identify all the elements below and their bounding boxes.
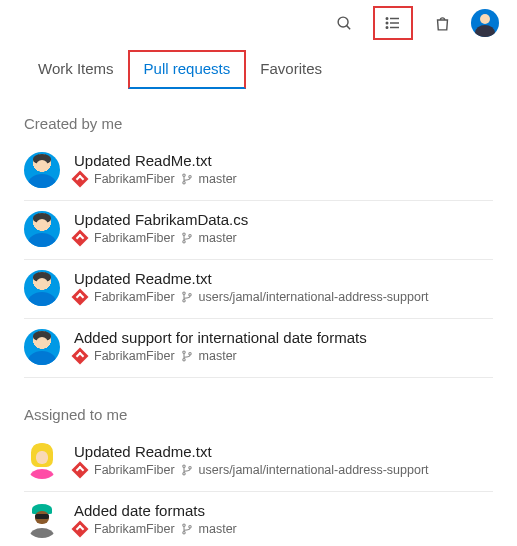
branch-icon xyxy=(181,173,193,185)
svg-point-9 xyxy=(182,182,184,184)
svg-point-13 xyxy=(188,235,190,237)
svg-point-0 xyxy=(338,17,348,27)
pr-title: Updated Readme.txt xyxy=(74,270,493,287)
pr-meta: FabrikamFiber master xyxy=(74,349,493,363)
branch-name: master xyxy=(199,522,237,536)
pr-row[interactable]: Updated Readme.txt FabrikamFiber users/j… xyxy=(24,433,493,492)
pr-row[interactable]: Updated ReadMe.txt FabrikamFiber master xyxy=(24,142,493,201)
branch-icon xyxy=(181,291,193,303)
author-avatar xyxy=(24,270,60,306)
pr-meta: FabrikamFiber master xyxy=(74,522,493,536)
svg-point-25 xyxy=(188,526,190,528)
section-assigned-to-me: Assigned to me Updated Readme.txt Fabrik… xyxy=(0,406,517,546)
tab-work-items[interactable]: Work Items xyxy=(24,54,128,87)
branch-icon xyxy=(181,464,193,476)
list-view-icon[interactable] xyxy=(373,6,413,40)
pr-meta: FabrikamFiber master xyxy=(74,231,493,245)
branch-name: master xyxy=(199,349,237,363)
repo-icon xyxy=(72,230,89,247)
svg-point-6 xyxy=(386,22,388,24)
svg-point-24 xyxy=(182,532,184,534)
svg-point-11 xyxy=(182,233,184,235)
repo-name: FabrikamFiber xyxy=(94,522,175,536)
svg-point-12 xyxy=(182,241,184,243)
svg-point-16 xyxy=(188,294,190,296)
svg-point-23 xyxy=(182,524,184,526)
pr-title: Added date formats xyxy=(74,502,493,519)
branch-name: users/jamal/international-address-suppor… xyxy=(199,463,429,477)
repo-name: FabrikamFiber xyxy=(94,349,175,363)
svg-point-22 xyxy=(188,467,190,469)
branch-name: users/jamal/international-address-suppor… xyxy=(199,290,429,304)
pr-meta: FabrikamFiber users/jamal/international-… xyxy=(74,290,493,304)
svg-point-19 xyxy=(188,353,190,355)
svg-point-18 xyxy=(182,359,184,361)
svg-point-8 xyxy=(182,174,184,176)
pr-row[interactable]: Added support for international date for… xyxy=(24,319,493,378)
svg-point-17 xyxy=(182,351,184,353)
branch-icon xyxy=(181,523,193,535)
pr-title: Updated ReadMe.txt xyxy=(74,152,493,169)
branch-name: master xyxy=(199,172,237,186)
svg-line-1 xyxy=(346,25,350,29)
current-user-avatar[interactable] xyxy=(471,9,499,37)
svg-point-5 xyxy=(386,18,388,20)
pr-row[interactable]: Added date formats FabrikamFiber master xyxy=(24,492,493,546)
svg-point-21 xyxy=(182,473,184,475)
svg-point-7 xyxy=(386,27,388,29)
section-title: Assigned to me xyxy=(24,406,493,423)
repo-icon xyxy=(72,462,89,479)
tab-favorites[interactable]: Favorites xyxy=(246,54,336,87)
repo-icon xyxy=(72,521,89,538)
author-avatar xyxy=(24,211,60,247)
search-icon[interactable] xyxy=(328,7,360,39)
repo-name: FabrikamFiber xyxy=(94,290,175,304)
repo-name: FabrikamFiber xyxy=(94,231,175,245)
author-avatar xyxy=(24,502,60,538)
svg-point-15 xyxy=(182,300,184,302)
pr-meta: FabrikamFiber master xyxy=(74,172,493,186)
repo-icon xyxy=(72,289,89,306)
author-avatar xyxy=(24,329,60,365)
shopping-bag-icon[interactable] xyxy=(426,7,458,39)
branch-icon xyxy=(181,350,193,362)
section-title: Created by me xyxy=(24,115,493,132)
pr-meta: FabrikamFiber users/jamal/international-… xyxy=(74,463,493,477)
repo-name: FabrikamFiber xyxy=(94,172,175,186)
author-avatar xyxy=(24,152,60,188)
repo-name: FabrikamFiber xyxy=(94,463,175,477)
repo-icon xyxy=(72,171,89,188)
svg-point-14 xyxy=(182,292,184,294)
pr-title: Updated Readme.txt xyxy=(74,443,493,460)
pr-title: Added support for international date for… xyxy=(74,329,493,346)
pr-title: Updated FabrikamData.cs xyxy=(74,211,493,228)
pr-row[interactable]: Updated FabrikamData.cs FabrikamFiber ma… xyxy=(24,201,493,260)
pr-row[interactable]: Updated Readme.txt FabrikamFiber users/j… xyxy=(24,260,493,319)
branch-icon xyxy=(181,232,193,244)
tab-pull-requests[interactable]: Pull requests xyxy=(128,50,247,89)
svg-point-10 xyxy=(188,176,190,178)
top-toolbar xyxy=(0,0,517,44)
tabs-bar: Work Items Pull requests Favorites xyxy=(0,44,517,87)
author-avatar xyxy=(24,443,60,479)
repo-icon xyxy=(72,348,89,365)
svg-point-20 xyxy=(182,465,184,467)
section-created-by-me: Created by me Updated ReadMe.txt Fabrika… xyxy=(0,115,517,378)
branch-name: master xyxy=(199,231,237,245)
